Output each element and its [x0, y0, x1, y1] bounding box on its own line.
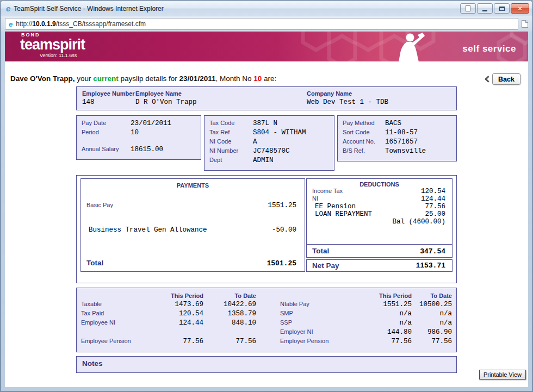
teamspirit-logo-text: teamspirit: [20, 38, 85, 52]
loan-balance-row: Bal (4600.00): [307, 218, 452, 226]
notes-title: Notes: [82, 359, 451, 368]
title-bar[interactable]: e TeamSpirit Self Service - Windows Inte…: [1, 1, 532, 16]
info-row: Sort Code11-08-57: [343, 129, 451, 138]
close-icon: ×: [518, 4, 522, 13]
printable-view-button[interactable]: Printable View: [479, 370, 526, 379]
deduction-row: NI124.44: [307, 195, 452, 203]
summary-header-row: This Period To Date: [81, 293, 256, 301]
info-row: NI NumberJC748570C: [209, 147, 329, 157]
company-name-value: Web Dev Test 1 - TDB: [307, 98, 451, 106]
chevron-left-icon: [485, 76, 492, 83]
maximize-icon: [499, 7, 505, 11]
info-row: Tax RefS804 - WITHAM: [209, 129, 329, 138]
info-row: Period10: [82, 129, 196, 138]
payments-deductions-box: PAYMENTS Basic Pay1551.25 Business Trave…: [76, 175, 457, 283]
net-pay-value: 1153.71: [416, 262, 445, 270]
ie-favicon: e: [6, 4, 10, 13]
info-row: NI CodeA: [209, 138, 329, 147]
pay-info-box: Pay Date23/01/2011 Period10 Annual Salar…: [76, 115, 201, 160]
employee-name-header: Employee Name: [135, 90, 307, 97]
payment-row: Business Travel Gen Allowance-50.00: [81, 226, 305, 234]
summary-box: This Period To Date Taxable1473.6910422.…: [76, 288, 457, 352]
back-button[interactable]: Back: [486, 73, 520, 85]
payslip-page: Dave O'Von Trapp, your current payslip d…: [5, 61, 528, 387]
net-pay-box: Net Pay 1153.71: [306, 259, 453, 272]
info-row: Account No.16571657: [343, 138, 451, 147]
info-row: B/S Ref.Townsville: [343, 147, 451, 157]
this-period-header: This Period: [152, 293, 203, 299]
notes-box: Notes: [76, 356, 457, 373]
payslip-date-text: 23/01/2011: [179, 74, 216, 83]
info-row: Pay MethodBACS: [343, 120, 451, 129]
deduction-row: EE Pension77.56: [307, 203, 452, 210]
payments-box: PAYMENTS Basic Pay1551.25 Business Trave…: [80, 178, 305, 272]
loan-balance-value: Bal (4600.00): [392, 218, 445, 226]
deductions-total-row: Total 347.54: [307, 244, 452, 256]
info-row: DeptADMIN: [209, 157, 329, 166]
window-title: TeamSpirit Self Service - Windows Intern…: [14, 5, 460, 13]
employee-name-value: D R O'Von Trapp: [135, 98, 307, 106]
net-pay-label: Net Pay: [312, 262, 416, 270]
bank-info-box: Pay MethodBACS Sort Code11-08-57 Account…: [337, 115, 457, 161]
to-date-header: To Date: [412, 293, 452, 299]
url-text: http://10.0.1.9/tsss_CB/tsssapp/frameset…: [16, 20, 146, 28]
payment-row: Basic Pay1551.25: [81, 202, 305, 209]
browser-viewport: BOND teamspirit Version: 11.1.6ss self s…: [5, 32, 528, 387]
woman-silhouette-graphic: [385, 32, 431, 61]
summary-row: Tax Paid120.541358.79: [81, 310, 256, 319]
employee-number-value: 148: [82, 98, 135, 106]
employee-box: Employee Number Employee Name Company Na…: [76, 86, 457, 110]
summary-row: NIable Pay1551.2510500.25: [280, 301, 452, 310]
month-number-text: 10: [253, 74, 262, 83]
summary-row: Employee NI124.44848.10: [81, 319, 256, 328]
deductions-title: DEDUCTIONS: [307, 181, 452, 188]
info-boxes: Pay Date23/01/2011 Period10 Annual Salar…: [76, 115, 457, 171]
minimize-icon: [482, 10, 487, 11]
browser-tools-button[interactable]: [460, 3, 476, 14]
app-banner: BOND teamspirit Version: 11.1.6ss self s…: [5, 32, 528, 61]
minimize-button[interactable]: [477, 3, 493, 14]
summary-header-row: This Period To Date: [280, 293, 452, 301]
maximize-button[interactable]: [494, 3, 510, 14]
info-row: Annual Salary18615.00: [82, 146, 196, 155]
summary-row: SSPn/an/a: [280, 319, 452, 328]
tax-info-box: Tax Code387L N Tax RefS804 - WITHAM NI C…: [204, 115, 334, 171]
to-date-header: To Date: [203, 293, 256, 299]
deduction-row: LOAN REPAYMENT25.00: [307, 210, 452, 218]
info-row: Pay Date23/01/2011: [82, 120, 196, 129]
this-period-header: This Period: [353, 293, 412, 299]
summary-row: Employer Pension77.5677.56: [280, 338, 452, 347]
current-highlight: current: [93, 74, 119, 83]
company-name-header: Company Name: [307, 90, 451, 97]
info-row: [82, 138, 196, 146]
summary-row: Employer NI144.80986.90: [280, 328, 452, 338]
self-service-title: self service: [462, 43, 516, 54]
summary-row: Taxable1473.6910422.69: [81, 301, 256, 310]
address-input[interactable]: e http://10.0.1.9/tsss_CB/tsssapp/frames…: [5, 18, 518, 30]
payments-total-label: Total: [86, 259, 266, 267]
back-button-label: Back: [492, 73, 520, 85]
summary-row: SMPn/an/a: [280, 310, 452, 319]
payments-title: PAYMENTS: [81, 182, 305, 189]
url-domain: 10.0.1.9: [32, 20, 55, 28]
close-button[interactable]: ×: [511, 3, 529, 14]
deductions-total-label: Total: [312, 247, 420, 255]
info-row: Tax Code387L N: [209, 120, 329, 129]
deductions-column: DEDUCTIONS Income Tax120.54 NI124.44 EE …: [306, 178, 453, 272]
compatibility-view-icon[interactable]: [522, 20, 528, 28]
payslip-column: Employee Number Employee Name Company Na…: [76, 86, 457, 373]
summary-row: Employee Pension77.5677.56: [81, 338, 256, 347]
browser-window: e TeamSpirit Self Service - Windows Inte…: [0, 0, 533, 392]
window-buttons: ×: [460, 3, 529, 14]
version-label: Version: 11.1.6ss: [40, 53, 85, 58]
page-icon: [466, 5, 470, 11]
ie-icon: e: [9, 20, 13, 28]
payments-total-value: 1501.25: [266, 259, 296, 267]
payments-total-row: Total 1501.25: [81, 258, 305, 267]
employee-name-text: Dave O'Von Trapp,: [10, 74, 75, 83]
deduction-row: Income Tax120.54: [307, 188, 452, 195]
summary-right-table: This Period To Date NIable Pay1551.25105…: [280, 293, 452, 347]
deductions-total-value: 347.54: [420, 247, 445, 256]
payslip-heading: Dave O'Von Trapp, your current payslip d…: [5, 61, 528, 83]
summary-left-table: This Period To Date Taxable1473.6910422.…: [81, 293, 256, 347]
